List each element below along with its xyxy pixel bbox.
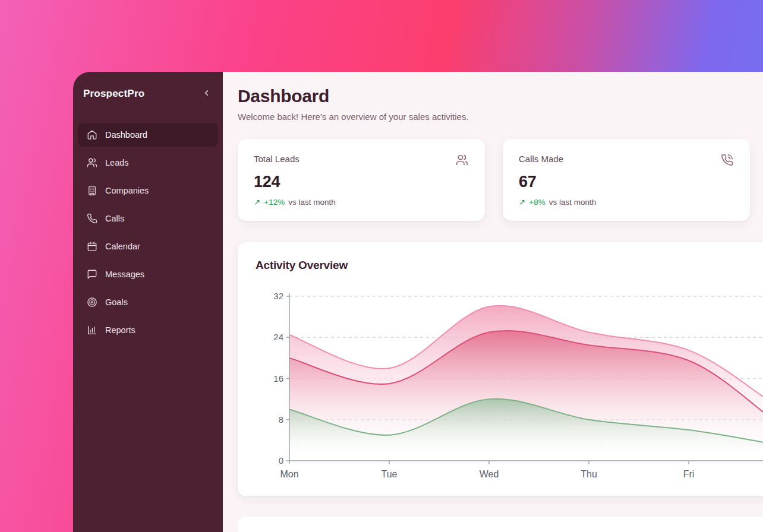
sidebar-item-label: Dashboard [105,130,147,140]
sidebar-item-companies[interactable]: Companies [78,179,218,202]
y-axis-labels: 08162432 [273,291,289,466]
stat-trend: ↗ +8% vs last month [519,197,733,207]
sidebar-item-calls[interactable]: Calls [78,207,218,230]
users-icon [456,154,468,169]
stat-label: Total Leads [254,154,299,164]
svg-text:Wed: Wed [480,469,499,479]
svg-text:0: 0 [279,455,283,466]
trend-suffix: vs last month [288,198,336,207]
trend-percent: +8% [529,198,545,207]
stat-trend: ↗ +12% vs last month [254,197,468,207]
stat-label: Calls Made [519,154,563,164]
svg-text:24: 24 [273,332,283,342]
sidebar-nav: Dashboard Leads Companies Calls Calendar… [78,123,218,342]
svg-text:Mon: Mon [280,469,298,479]
building-icon [87,185,97,196]
brand-logo: ProspectPro [83,88,144,100]
sidebar-collapse-button[interactable] [201,87,212,100]
svg-text:Thu: Thu [581,469,597,479]
x-axis-labels: MonTueWedThuFri [280,461,694,479]
stat-value: 67 [519,173,733,191]
sidebar-item-goals[interactable]: Goals [78,290,218,314]
bar-chart-icon [87,325,97,335]
sidebar-item-label: Reports [105,325,135,335]
stat-card-total-leads: Total Leads 124 ↗ +12% vs last month [238,139,485,221]
sidebar-item-reports[interactable]: Reports [78,318,218,342]
trend-percent: +12% [264,198,285,207]
message-icon [87,269,97,280]
sidebar-item-leads[interactable]: Leads [78,151,218,175]
target-icon [87,297,97,308]
sidebar-item-messages[interactable]: Messages [78,262,218,286]
svg-text:16: 16 [273,373,283,384]
page-title: Dashboard [238,86,763,107]
users-icon [87,157,97,168]
svg-text:Fri: Fri [683,469,695,479]
main-content: Dashboard Welcome back! Here's an overvi… [223,72,763,532]
sidebar: ProspectPro Dashboard Leads Companies [73,72,223,532]
svg-text:8: 8 [279,414,283,425]
calendar-icon [87,241,97,252]
brand-row: ProspectPro [78,87,218,100]
activity-overview-chart: 08162432MonTueWedThuFri [238,242,763,496]
sidebar-item-label: Messages [105,270,144,279]
home-icon [87,129,97,140]
svg-text:Tue: Tue [382,469,398,479]
trend-up-icon: ↗ [519,197,525,207]
sidebar-item-label: Calls [105,214,124,223]
sidebar-item-label: Leads [105,158,129,167]
stat-card-calls-made: Calls Made 67 ↗ +8% vs last month [503,139,750,221]
phone-icon [87,213,97,224]
sidebar-item-label: Companies [105,186,149,195]
svg-text:32: 32 [273,291,283,301]
sidebar-item-dashboard[interactable]: Dashboard [78,123,218,147]
chevron-left-icon [202,88,211,99]
activity-overview-card: Activity Overview 08162432MonTueWedThuFr… [238,242,763,496]
sidebar-item-label: Goals [105,297,128,307]
sidebar-item-label: Calendar [105,242,140,251]
bottom-card-clipped [238,517,763,532]
page-subtitle: Welcome back! Here's an overview of your… [238,110,763,124]
phone-call-icon [721,154,733,169]
stats-row: Total Leads 124 ↗ +12% vs last month Cal… [238,139,763,221]
app-window: ProspectPro Dashboard Leads Companies [73,72,763,532]
trend-suffix: vs last month [549,198,597,207]
trend-up-icon: ↗ [254,197,260,207]
sidebar-item-calendar[interactable]: Calendar [78,235,218,258]
stat-value: 124 [254,173,468,191]
